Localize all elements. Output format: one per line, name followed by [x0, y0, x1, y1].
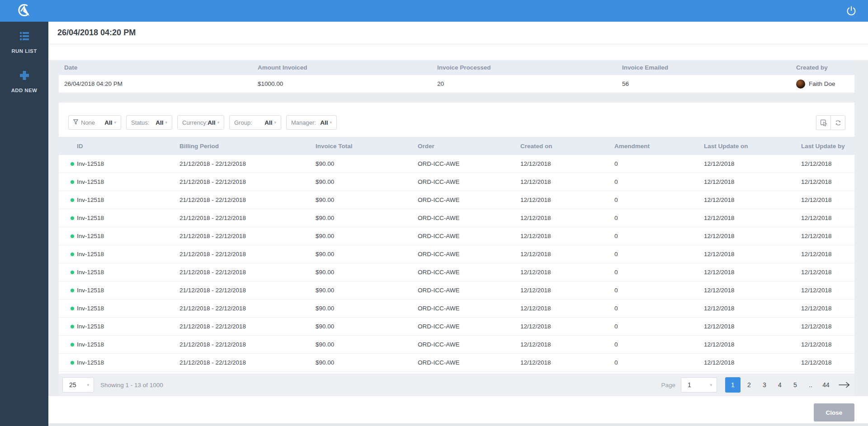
- cell-last-update-on: 12/12/2018: [693, 160, 790, 167]
- invoice-row[interactable]: Inv-1251821/12/2018 - 22/12/2018$90.00OR…: [59, 155, 854, 173]
- invoice-row[interactable]: Inv-1251821/12/2018 - 22/12/2018$90.00OR…: [59, 245, 854, 263]
- page-size-value: 25: [69, 381, 76, 389]
- cell-created-on: 12/12/2018: [509, 251, 603, 257]
- invoice-row[interactable]: Inv-1251821/12/2018 - 22/12/2018$90.00OR…: [59, 227, 854, 245]
- cell-invoice-total: $90.00: [304, 269, 406, 276]
- filter-dropdown-none[interactable]: NoneAll▾: [68, 115, 121, 130]
- page-number-3[interactable]: 3: [758, 377, 771, 393]
- chevron-down-icon: ▾: [87, 383, 89, 387]
- page-number-44[interactable]: 44: [819, 377, 833, 393]
- page-number-5[interactable]: 5: [788, 377, 802, 393]
- invoice-row[interactable]: Inv-1251821/12/2018 - 22/12/2018$90.00OR…: [59, 300, 854, 318]
- invoice-row[interactable]: Inv-1251821/12/2018 - 22/12/2018$90.00OR…: [59, 318, 854, 336]
- filter-dropdown-currency[interactable]: Currency:All▾: [177, 115, 224, 130]
- summary-cell-date: 26/04/2018 04:20 PM: [59, 80, 252, 87]
- cell-id: Inv-12518: [59, 251, 168, 257]
- status-dot-icon: [71, 307, 74, 310]
- cell-created-on: 12/12/2018: [509, 178, 603, 185]
- cell-last-update-on: 12/12/2018: [693, 341, 790, 348]
- chevron-down-icon: ▾: [274, 121, 276, 125]
- app-logo-icon: [15, 0, 34, 21]
- cell-amendment: 0: [603, 215, 693, 221]
- status-dot-icon: [71, 198, 74, 202]
- cell-last-update-on: 12/12/2018: [693, 215, 790, 221]
- refresh-icon[interactable]: [830, 115, 845, 130]
- funnel-filter-icon: [73, 118, 78, 126]
- page-size-select[interactable]: 25 ▾: [62, 377, 94, 393]
- cell-invoice-total: $90.00: [304, 287, 406, 294]
- select-cursor-icon[interactable]: [816, 115, 831, 130]
- invoice-row[interactable]: Inv-1251821/12/2018 - 22/12/2018$90.00OR…: [59, 209, 854, 227]
- cell-order: ORD-ICC-AWE: [406, 251, 509, 257]
- page-number-1[interactable]: 1: [725, 377, 741, 393]
- filter-dropdown-group[interactable]: Group:All▾: [229, 115, 281, 130]
- cell-billing-period: 21/12/2018 - 22/12/2018: [168, 323, 304, 330]
- cell-id: Inv-12518: [59, 178, 168, 185]
- cell-order: ORD-ICC-AWE: [406, 305, 509, 312]
- cell-id: Inv-12518: [59, 160, 168, 167]
- pagination: Page 1 ▾ 12345..44: [661, 377, 854, 393]
- sidebar-item-run-list[interactable]: RUN LIST: [0, 28, 48, 56]
- created-by-name: Faith Doe: [809, 80, 835, 87]
- cell-invoice-total: $90.00: [304, 215, 406, 221]
- run-summary-table: DateAmount InvoicedInvoice ProcessedInvo…: [59, 60, 854, 93]
- app-logo[interactable]: [0, 0, 48, 22]
- cell-amendment: 0: [603, 251, 693, 257]
- cell-invoice-total: $90.00: [304, 305, 406, 312]
- cell-last-update-on: 12/12/2018: [693, 323, 790, 330]
- cell-created-on: 12/12/2018: [509, 287, 603, 294]
- content-area: 26/04/2018 04:20 PM DateAmount InvoicedI…: [48, 22, 868, 426]
- cell-created-on: 12/12/2018: [509, 305, 603, 312]
- cell-order: ORD-ICC-AWE: [406, 215, 509, 221]
- filter-value: All: [156, 119, 163, 126]
- cell-order: ORD-ICC-AWE: [406, 160, 509, 167]
- cell-order: ORD-ICC-AWE: [406, 233, 509, 239]
- next-page-arrow-icon[interactable]: [838, 381, 851, 389]
- filter-dropdown-manager[interactable]: Manager:All▾: [286, 115, 337, 130]
- invoice-row[interactable]: Inv-1251821/12/2018 - 22/12/2018$90.00OR…: [59, 191, 854, 209]
- status-dot-icon: [71, 180, 74, 184]
- invoice-row[interactable]: Inv-1251821/12/2018 - 22/12/2018$90.00OR…: [59, 336, 854, 354]
- cell-amendment: 0: [603, 323, 693, 330]
- invoice-column-header: Billing Period: [168, 143, 304, 150]
- power-icon[interactable]: [845, 5, 857, 17]
- invoice-column-header: ID: [59, 143, 168, 150]
- page-number-dotsdots[interactable]: ..: [804, 377, 817, 393]
- cell-invoice-total: $90.00: [304, 341, 406, 348]
- invoice-row[interactable]: Inv-1251821/12/2018 - 22/12/2018$90.00OR…: [59, 263, 854, 281]
- cell-last-update-by: 12/12/2018: [790, 341, 854, 348]
- sidebar-item-add-new[interactable]: ADD NEW: [0, 67, 48, 95]
- filter-value: All: [208, 119, 215, 126]
- status-dot-icon: [71, 253, 74, 256]
- cell-billing-period: 21/12/2018 - 22/12/2018: [168, 215, 304, 221]
- invoice-row[interactable]: Inv-1251821/12/2018 - 22/12/2018$90.00OR…: [59, 173, 854, 191]
- invoice-row[interactable]: Inv-1251821/12/2018 - 22/12/2018$90.00OR…: [59, 281, 854, 300]
- page-list: 12345..44: [724, 377, 834, 393]
- cell-last-update-by: 12/12/2018: [790, 305, 854, 312]
- filter-dropdown-status[interactable]: Status:All▾: [126, 115, 172, 130]
- summary-cell-created-by: Faith Doe: [791, 80, 854, 89]
- invoice-panel: NoneAll▾Status:All▾Currency:All▾Group:Al…: [59, 103, 854, 396]
- page-number-2[interactable]: 2: [742, 377, 756, 393]
- cell-billing-period: 21/12/2018 - 22/12/2018: [168, 287, 304, 294]
- cell-last-update-by: 12/12/2018: [790, 269, 854, 276]
- cell-last-update-on: 12/12/2018: [693, 269, 790, 276]
- invoice-row[interactable]: Inv-1251821/12/2018 - 22/12/2018$90.00OR…: [59, 354, 854, 372]
- page-number-select[interactable]: 1 ▾: [681, 377, 717, 393]
- filter-label: Currency:: [182, 119, 208, 126]
- cell-billing-period: 21/12/2018 - 22/12/2018: [168, 341, 304, 348]
- status-dot-icon: [71, 162, 74, 166]
- filter-value: All: [320, 119, 328, 126]
- chevron-down-icon: ▾: [114, 121, 116, 125]
- close-button[interactable]: Close: [814, 403, 854, 421]
- cell-amendment: 0: [603, 305, 693, 312]
- cell-last-update-by: 12/12/2018: [790, 233, 854, 239]
- summary-header-row: DateAmount InvoicedInvoice ProcessedInvo…: [59, 60, 854, 75]
- cell-created-on: 12/12/2018: [509, 233, 603, 239]
- cell-created-on: 12/12/2018: [509, 269, 603, 276]
- cell-id: Inv-12518: [59, 341, 168, 348]
- page-number-4[interactable]: 4: [773, 377, 787, 393]
- cell-invoice-total: $90.00: [304, 251, 406, 257]
- invoice-column-header: Last Update by: [790, 143, 854, 150]
- filter-value: All: [104, 119, 112, 126]
